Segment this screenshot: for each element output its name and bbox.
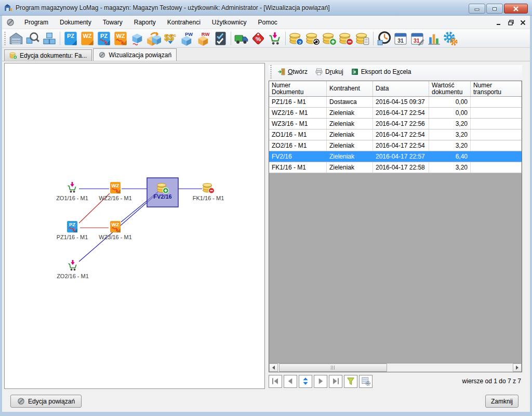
menu-item-towary[interactable]: Towary — [97, 17, 128, 28]
coins-doc-toolbar-button[interactable] — [354, 30, 371, 47]
menu-item-program[interactable]: Program — [19, 17, 54, 28]
transfer-toolbar-button[interactable] — [145, 30, 162, 47]
column-header[interactable]: Numer Dokumentu — [269, 81, 327, 96]
calendar-edit-toolbar-button[interactable]: 31 — [409, 30, 425, 47]
close-button[interactable] — [504, 4, 528, 14]
cell — [471, 119, 522, 129]
excel-button[interactable]: XEksport do Excela — [347, 67, 415, 77]
coins-plus-toolbar-button[interactable] — [321, 30, 338, 47]
table-row[interactable]: FK1/16 - M1Zieleniak2016-04-17 22:583,20 — [269, 162, 522, 173]
scroll-left-arrow[interactable] — [269, 363, 278, 372]
cart-arrow-toolbar-button[interactable] — [267, 30, 283, 47]
table-row[interactable]: FV2/16Zieleniak2016-04-17 22:576,40 — [269, 151, 522, 162]
cell: Zieleniak — [327, 129, 373, 140]
cube-pw-icon: PW — [180, 31, 194, 46]
horizontal-scrollbar[interactable] — [269, 363, 522, 372]
table-row[interactable]: ZO1/16 - M1Zieleniak2016-04-17 22:543,20 — [269, 129, 522, 140]
scroll-right-arrow[interactable] — [513, 363, 522, 372]
diagram-node-wz2[interactable]: WZk — [110, 182, 121, 193]
calendar-toolbar-button[interactable]: 31 — [392, 30, 409, 47]
cell: PZ1/16 - M1 — [269, 97, 327, 107]
table-row[interactable]: ZO2/16 - M1Zieleniak2016-04-17 22:543,20 — [269, 140, 522, 151]
print-button[interactable]: Drukuj — [311, 67, 347, 77]
diagram-node-label: WZ2/16 - M1 — [99, 195, 132, 201]
filter-record-button[interactable] — [344, 375, 357, 388]
column-header[interactable]: Kontrahent — [327, 81, 373, 96]
coins-question-icon: ? — [289, 31, 303, 46]
diagram-node-pz1[interactable]: PZk — [67, 221, 77, 232]
column-header[interactable]: Numer transportu — [471, 81, 522, 96]
cube-pw-toolbar-button[interactable]: PW — [179, 30, 195, 47]
open-button[interactable]: Otwórz — [274, 67, 311, 77]
edit-links-label: Edycja powiązań — [28, 398, 75, 405]
coins-minus-toolbar-button[interactable] — [338, 30, 354, 47]
tab-document-edit[interactable]: Edycja dokumentu: Fa... — [4, 49, 92, 61]
svg-text:k: k — [104, 39, 108, 45]
grid-settings-record-button[interactable] — [359, 375, 373, 388]
goods-icon — [42, 31, 57, 46]
doc-blue-k-toolbar-button[interactable]: PZk — [96, 30, 112, 47]
move-record-button[interactable] — [299, 375, 312, 388]
dollars-toolbar-button[interactable]: $$s — [162, 30, 179, 47]
cell: 2016-04-15 09:37 — [373, 97, 429, 107]
scrollbar-track[interactable] — [278, 363, 513, 372]
mdi-restore-icon[interactable] — [508, 20, 514, 25]
menu-item-pomoc[interactable]: Pomoc — [252, 17, 283, 28]
warehouse-toolbar-button[interactable] — [8, 30, 24, 47]
column-header[interactable]: Data — [373, 81, 429, 96]
svg-text:?: ? — [298, 40, 301, 45]
search-goods-toolbar-button[interactable] — [24, 30, 41, 47]
main-toolbar: PZWZPZkWZk$$sPWRW%?3131 — [2, 29, 530, 48]
table-row[interactable]: WZ3/16 - M1Zieleniak2016-04-17 22:563,20 — [269, 119, 522, 129]
table-row[interactable]: PZ1/16 - M1Dostawca2016-04-15 09:370,00 — [269, 97, 522, 108]
doc-orange-k-toolbar-button[interactable]: WZk — [112, 30, 129, 47]
grid-empty-area — [269, 173, 522, 363]
mdi-close-icon[interactable] — [520, 20, 526, 25]
discount-tag-toolbar-button[interactable]: % — [250, 30, 267, 47]
cube-wave-toolbar-button[interactable] — [129, 30, 145, 47]
diagram-node-wz3[interactable]: WZk — [110, 221, 121, 232]
warehouse-icon — [9, 31, 23, 46]
diagram-node-zo1[interactable] — [68, 182, 76, 192]
coins-question-toolbar-button[interactable]: ? — [288, 30, 304, 47]
scrollbar-thumb[interactable] — [279, 363, 387, 372]
clock-cube-toolbar-button[interactable] — [376, 30, 392, 47]
doc-orange-toolbar-button[interactable]: WZ — [79, 30, 96, 47]
toolbar-gripper[interactable] — [270, 65, 272, 79]
next-record-button[interactable] — [314, 375, 327, 388]
svg-text:WZ: WZ — [83, 32, 91, 38]
menu-item-kontrahenci[interactable]: Kontrahenci — [162, 17, 206, 28]
truck-toolbar-button[interactable] — [233, 30, 250, 47]
tab-label: Wizualizacja powiązań — [109, 51, 171, 59]
cell: 2016-04-17 22:58 — [373, 162, 429, 173]
diagram-node-zo2[interactable] — [69, 260, 76, 270]
checklist-toolbar-button[interactable] — [212, 30, 229, 47]
menu-item-użytkownicy[interactable]: Użytkownicy — [206, 17, 252, 28]
cell: 2016-04-17 22:54 — [373, 129, 429, 140]
cube-rw-toolbar-button[interactable]: RW — [195, 30, 212, 47]
gears-toolbar-button[interactable] — [442, 30, 459, 47]
close-view-button[interactable]: Zamknij — [485, 395, 518, 408]
menu-item-dokumenty[interactable]: Dokumenty — [54, 17, 97, 28]
maximize-button[interactable] — [486, 4, 503, 14]
doc-blue-toolbar-button[interactable]: PZ — [62, 30, 79, 47]
coins-refresh-toolbar-button[interactable] — [304, 30, 321, 47]
toolbar-gripper[interactable] — [4, 32, 6, 45]
prev-record-button[interactable] — [284, 375, 297, 388]
minimize-button[interactable] — [469, 4, 485, 14]
goods-toolbar-button[interactable] — [41, 30, 58, 47]
bar-chart-toolbar-button[interactable] — [425, 30, 442, 47]
table-row[interactable]: WZ2/16 - M1Zieleniak2016-04-17 22:540,00 — [269, 108, 522, 119]
svg-text:WZ: WZ — [112, 222, 119, 227]
column-header[interactable]: Wartość dokumentu — [429, 81, 471, 96]
first-record-button[interactable] — [269, 375, 282, 388]
tab-relations-visualization[interactable]: Wizualizacja powiązań — [93, 48, 177, 61]
menu-item-raporty[interactable]: Raporty — [128, 17, 162, 28]
mdi-minimize-icon[interactable] — [496, 20, 502, 25]
last-record-button[interactable] — [329, 375, 342, 388]
cell: 3,20 — [429, 129, 471, 140]
diagram-node-fk1[interactable] — [203, 184, 215, 194]
edit-links-button[interactable]: Edycja powiązań — [10, 395, 82, 408]
tab-label: Edycja dokumentu: Fa... — [20, 52, 87, 59]
cell: 2016-04-17 22:57 — [373, 151, 429, 162]
